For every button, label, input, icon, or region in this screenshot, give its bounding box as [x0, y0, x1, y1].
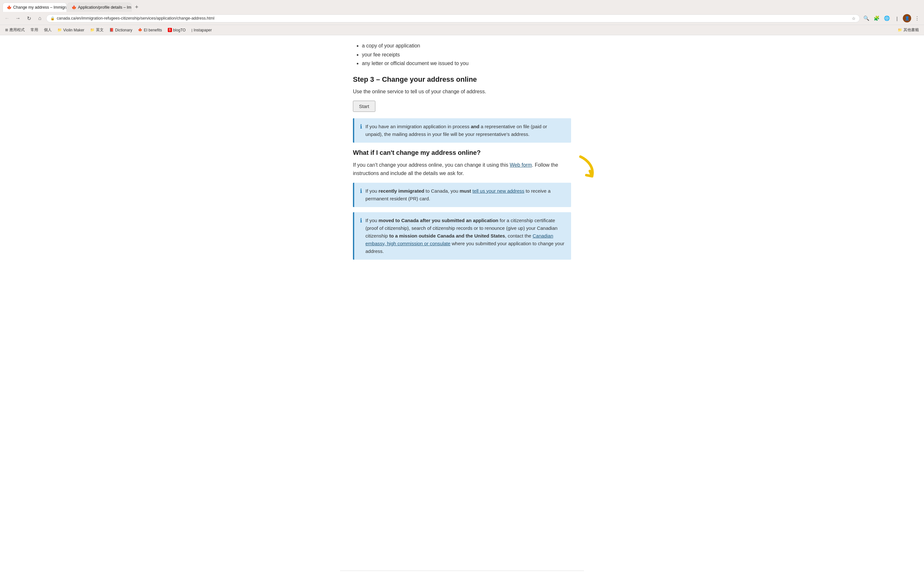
profile-menu-icon[interactable]: | [893, 14, 901, 23]
folder-icon-english: 📁 [90, 28, 95, 32]
tab-bar: 🍁 Change my address – Immigra... ✕ 🍁 App… [0, 0, 924, 12]
bookmark-frequent[interactable]: 常用 [28, 26, 41, 34]
info-icon-1: ℹ [360, 123, 362, 130]
bookmark-english[interactable]: 📁 英文 [87, 26, 106, 34]
bookmark-personal[interactable]: 個人 [41, 26, 54, 34]
bookmark-violin[interactable]: 📁 Violin Maker [55, 27, 87, 33]
canada-leaf-icon: 🍁 [138, 28, 142, 32]
page-footer: ► Report a problem or mistakeon this pag… [340, 571, 584, 577]
bookmark-other[interactable]: 📁 其他書籤 [895, 26, 921, 34]
profile-avatar[interactable]: 👤 [903, 14, 911, 23]
tab-active[interactable]: 🍁 Change my address – Immigra... ✕ [3, 3, 67, 12]
step3-description: Use the online service to tell us of you… [353, 87, 571, 96]
prerequisite-list: a copy of your application your fee rece… [353, 42, 571, 68]
bookmarks-bar: ⊞ 應用程式 常用 個人 📁 Violin Maker 📁 英文 📕 Dicti… [0, 25, 924, 35]
menu-button[interactable]: ⋮ [913, 14, 921, 23]
forward-button[interactable]: → [13, 14, 23, 23]
tab-inactive[interactable]: 🍁 Application/profile details – Im... ✕ [67, 3, 132, 12]
what-if-heading: What if I can't change my address online… [353, 149, 571, 156]
start-button[interactable]: Start [353, 101, 375, 112]
info-box-representative: ℹ If you have an immigration application… [353, 118, 571, 143]
bookmark-dictionary-label: Dictionary [115, 28, 132, 32]
search-icon[interactable]: 🔍 [862, 14, 871, 23]
bookmark-instapaper-label: Instapaper [194, 28, 212, 32]
bookmark-violin-label: Violin Maker [63, 28, 84, 32]
step3-heading: Step 3 – Change your address online [353, 75, 571, 84]
tab-title-2: Application/profile details – Im... [78, 5, 132, 10]
list-item-receipts: your fee receipts [362, 51, 571, 59]
bookmark-instapaper[interactable]: | Instapaper [189, 27, 215, 33]
info-box-2-text: If you recently immigrated to Canada, yo… [365, 187, 565, 203]
bookmark-frequent-label: 常用 [31, 27, 38, 33]
extensions-icon[interactable]: 🧩 [872, 14, 881, 23]
bookmark-blogto-label: blogTO [173, 28, 186, 32]
info-icon-3: ℹ [360, 217, 362, 224]
tab-title-1: Change my address – Immigra... [13, 5, 67, 10]
url-text: canada.ca/en/immigration-refugees-citize… [57, 16, 850, 21]
bookmark-apps-label: 應用程式 [9, 27, 25, 33]
list-item-application: a copy of your application [362, 42, 571, 50]
refresh-button[interactable]: ↻ [24, 14, 33, 23]
info-box-immigrated: ℹ If you recently immigrated to Canada, … [353, 183, 571, 207]
instapaper-icon: | [192, 28, 192, 32]
bookmark-other-label: 其他書籤 [903, 27, 919, 33]
folder-icon-violin: 📁 [57, 28, 62, 32]
home-button[interactable]: ⌂ [35, 14, 44, 23]
info-box-3-text: If you moved to Canada after you submitt… [365, 217, 565, 255]
navigation-bar: ← → ↻ ⌂ 🔒 canada.ca/en/immigration-refug… [0, 12, 924, 25]
what-if-text: If you can't change your address online,… [353, 161, 571, 177]
nav-icons: 🔍 🧩 🌐 | 👤 ⋮ [862, 14, 921, 23]
folder-icon-other: 📁 [898, 28, 902, 32]
info-icon-2: ℹ [360, 187, 362, 195]
tab-favicon-1: 🍁 [7, 5, 11, 10]
bookmark-personal-label: 個人 [44, 27, 52, 33]
tab-favicon-2: 🍁 [71, 5, 76, 10]
web-form-link[interactable]: Web form [510, 162, 532, 168]
page-wrapper: a copy of your application your fee rece… [0, 35, 924, 577]
new-tab-button[interactable]: + [132, 3, 141, 12]
lock-icon: 🔒 [50, 16, 55, 21]
bookmark-blogto[interactable]: B blogTO [165, 27, 188, 33]
what-if-section: What if I can't change my address online… [353, 149, 571, 177]
back-button[interactable]: ← [3, 14, 11, 23]
yellow-arrow-annotation [567, 152, 601, 189]
tell-new-address-link[interactable]: tell us your new address [473, 188, 525, 193]
bookmark-ei-label: EI benefits [144, 28, 162, 32]
browser-chrome: 🍁 Change my address – Immigra... ✕ 🍁 App… [0, 0, 924, 35]
bookmark-star-icon[interactable]: ☆ [852, 16, 856, 21]
main-content: a copy of your application your fee rece… [340, 35, 584, 571]
bookmark-english-label: 英文 [96, 27, 103, 33]
info-box-moved: ℹ If you moved to Canada after you submi… [353, 212, 571, 259]
bookmark-dictionary[interactable]: 📕 Dictionary [107, 27, 135, 33]
dictionary-icon: 📕 [110, 28, 114, 32]
address-bar[interactable]: 🔒 canada.ca/en/immigration-refugees-citi… [46, 15, 860, 23]
apps-grid-icon: ⊞ [5, 28, 8, 32]
blogto-icon: B [168, 28, 172, 32]
info-box-1-text: If you have an immigration application i… [365, 123, 565, 138]
bookmark-ei-benefits[interactable]: 🍁 EI benefits [136, 27, 165, 33]
translate-icon[interactable]: 🌐 [882, 14, 891, 23]
bookmark-apps[interactable]: ⊞ 應用程式 [3, 26, 27, 34]
list-item-documents: any letter or official document we issue… [362, 59, 571, 68]
